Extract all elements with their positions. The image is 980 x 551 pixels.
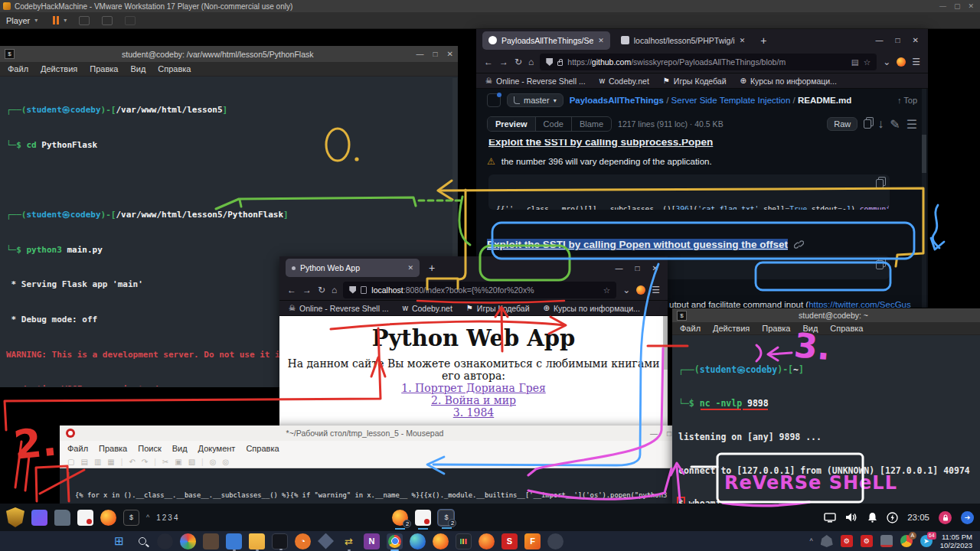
code-block-1[interactable]: {{''.__class__.mro()[1].__subclasses__()…: [488, 174, 890, 210]
menu-item[interactable]: Действия: [713, 324, 750, 333]
menu-item[interactable]: Документ: [198, 444, 236, 453]
pocket-icon[interactable]: ⌄: [622, 285, 630, 295]
edge-icon[interactable]: [410, 533, 426, 549]
open-icon[interactable]: ▤: [80, 458, 87, 466]
link-icon[interactable]: [794, 240, 804, 249]
maximize-icon[interactable]: □: [635, 264, 640, 272]
close-icon[interactable]: ✕: [652, 264, 658, 272]
download-icon[interactable]: ↓: [877, 117, 884, 131]
save-as-icon[interactable]: ▦: [107, 458, 114, 466]
bookmark-item[interactable]: ☠Online - Reverse Shell ...: [289, 304, 389, 313]
home-icon[interactable]: ⌂: [528, 57, 534, 67]
workspace-switcher[interactable]: 1234: [156, 514, 179, 522]
cut-icon[interactable]: ✂: [162, 458, 168, 466]
find-icon[interactable]: ◎: [210, 458, 217, 466]
firefox-launcher-icon[interactable]: [100, 510, 116, 526]
bookmark-item[interactable]: ☠Online - Reverse Shell ...: [485, 77, 586, 86]
menu-item[interactable]: Вид: [802, 324, 818, 333]
vm-clock[interactable]: 23:05: [907, 513, 929, 522]
bird-app-icon[interactable]: [479, 533, 495, 549]
scrollbar[interactable]: [663, 316, 668, 432]
reader-mode-icon[interactable]: ▤: [851, 57, 859, 67]
chrome-icon[interactable]: [387, 533, 403, 549]
gear-tray-icon-1[interactable]: ⚙: [841, 535, 853, 547]
close-icon[interactable]: ✕: [968, 2, 974, 10]
replace-icon[interactable]: ◎: [222, 458, 229, 466]
settings-app-icon[interactable]: [547, 533, 564, 549]
breadcrumb-section-link[interactable]: Server Side Template Injection: [671, 96, 791, 105]
file-manager-icon[interactable]: [54, 510, 70, 526]
file-explorer-icon[interactable]: [249, 533, 265, 549]
terminal-output[interactable]: ┌──(student㉿codeby)-[~] └─$ nc -nvlp 989…: [672, 335, 980, 505]
f-app-icon[interactable]: F: [524, 533, 541, 549]
file-tree-icon[interactable]: [487, 93, 501, 107]
power-manager-icon[interactable]: [887, 512, 898, 523]
menu-item[interactable]: Вид: [172, 444, 188, 453]
calendar-app-icon[interactable]: [226, 533, 242, 549]
home-icon[interactable]: ⌂: [332, 285, 337, 295]
copy-icon[interactable]: [864, 119, 871, 129]
minimize-icon[interactable]: —: [416, 50, 424, 58]
back-to-top-link[interactable]: ↑ Top: [897, 96, 917, 105]
player-menu[interactable]: Player: [6, 16, 30, 25]
start-button[interactable]: ⊞: [111, 533, 127, 549]
bookmark-item[interactable]: ⊕Курсы по информаци...: [740, 77, 837, 86]
chrome-tray-icon[interactable]: A: [900, 535, 913, 547]
tab-close-icon[interactable]: ✕: [740, 37, 746, 44]
reload-icon[interactable]: ↻: [318, 285, 325, 295]
tab-github[interactable]: PayloadsAllTheThings/Se ✕: [482, 31, 610, 50]
assistant-app-icon[interactable]: [203, 533, 219, 549]
mousepad-launcher-icon[interactable]: [77, 510, 93, 526]
tray-overflow-caret-icon[interactable]: ^: [810, 537, 813, 545]
pinned-app-icon[interactable]: [31, 510, 47, 526]
book-link-2[interactable]: 2. Война и мир: [279, 394, 668, 406]
bookmark-item[interactable]: ⚑Игры Кодебай: [466, 304, 530, 313]
menu-icon[interactable]: ☰: [912, 57, 920, 67]
copy-icon[interactable]: [876, 260, 884, 269]
paste-icon[interactable]: ▧: [188, 458, 195, 466]
edit-icon[interactable]: ✎: [890, 117, 900, 132]
menu-item[interactable]: Вид: [130, 64, 145, 73]
host-clock[interactable]: 11:05 PM 10/2/2023: [940, 533, 972, 549]
new-tab-button[interactable]: +: [756, 34, 771, 47]
redo-icon[interactable]: ↷: [142, 458, 148, 466]
tab-code[interactable]: Code: [536, 117, 572, 131]
gauge-app-icon[interactable]: [157, 533, 173, 549]
scrollbar[interactable]: [922, 89, 926, 308]
copy-icon[interactable]: [876, 179, 884, 188]
book-link-3[interactable]: 3. 1984: [279, 406, 668, 419]
twitter-link[interactable]: https://twitter.com/SecGus: [808, 300, 911, 308]
menu-item[interactable]: Файл: [67, 444, 88, 453]
vmware-app-icon[interactable]: [318, 533, 334, 549]
firefox-account-icon[interactable]: [897, 57, 906, 67]
s-app-icon[interactable]: S: [501, 533, 518, 549]
maximize-icon[interactable]: ▢: [954, 2, 961, 10]
firefox-icon[interactable]: [433, 533, 449, 549]
display-icon[interactable]: [824, 513, 836, 523]
branch-selector[interactable]: master▾: [507, 93, 564, 107]
bookmark-item[interactable]: ⚑Игры Кодебай: [663, 77, 727, 86]
new-tab-button[interactable]: +: [424, 262, 439, 274]
maximize-icon[interactable]: □: [667, 429, 671, 438]
menu-icon[interactable]: ☰: [652, 285, 660, 295]
breadcrumb-repo-link[interactable]: PayloadsAllTheThings: [570, 96, 664, 105]
bookmark-item[interactable]: ⊕Курсы по информаци...: [544, 304, 640, 313]
forward-icon[interactable]: →: [302, 285, 312, 295]
notifications-bell-icon[interactable]: [867, 512, 877, 523]
url-bar[interactable]: https://github.com/swisskyrepo/PayloadsA…: [540, 54, 877, 70]
close-icon[interactable]: ✕: [913, 36, 919, 44]
tab-close-icon[interactable]: ✕: [598, 37, 604, 44]
book-link-1[interactable]: 1. Портрет Дориана Грея: [279, 382, 668, 394]
taskbar-firefox-window[interactable]: 2: [392, 510, 408, 526]
minimize-icon[interactable]: —: [616, 264, 623, 272]
menu-item[interactable]: Действия: [41, 64, 77, 73]
copy-icon[interactable]: ▣: [175, 458, 181, 466]
expand-caret-icon[interactable]: ^: [146, 514, 149, 521]
save-icon[interactable]: ▥: [94, 458, 101, 466]
maximize-icon[interactable]: □: [896, 36, 900, 44]
menu-item[interactable]: Файл: [8, 64, 28, 73]
bookmark-item[interactable]: wCodeby.net: [599, 77, 649, 86]
terminal-titlebar[interactable]: $ student@codeby: /var/www/html/lesson5/…: [0, 46, 458, 62]
maximize-icon[interactable]: □: [433, 50, 438, 58]
menu-item[interactable]: Правка: [762, 324, 790, 333]
